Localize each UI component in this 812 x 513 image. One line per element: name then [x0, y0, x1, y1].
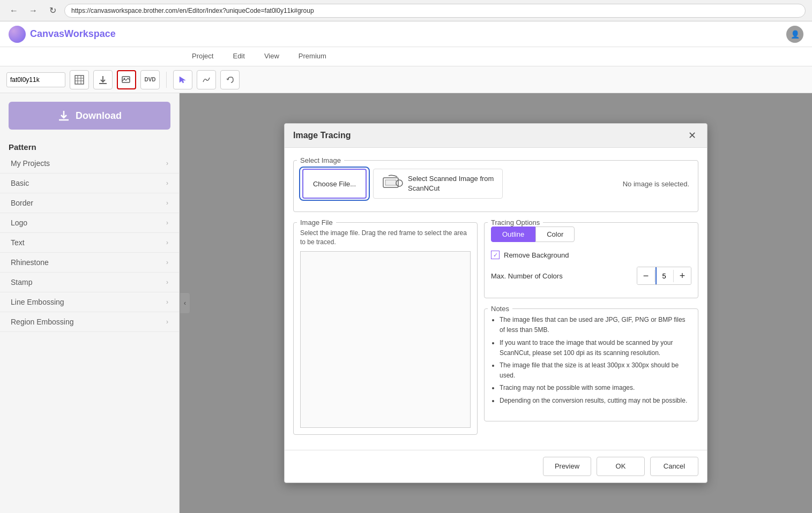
- tracing-options-legend: Tracing Options: [488, 218, 543, 227]
- image-tracing-icon: [121, 74, 132, 85]
- increase-colors-button[interactable]: +: [674, 267, 691, 284]
- image-instruction: Select the image file. Drag the red fram…: [294, 227, 477, 251]
- sidebar-item-my-projects[interactable]: My Projects ›: [0, 154, 179, 173]
- max-colors-label: Max. Number of Colors: [491, 272, 632, 280]
- chevron-right-icon: ›: [166, 278, 168, 286]
- decrease-colors-button[interactable]: −: [637, 267, 654, 284]
- app-logo: CanvasWorkspace: [9, 26, 116, 43]
- note-item-1: The image files that can be used are JPG…: [500, 315, 689, 335]
- toolbar: DVD: [0, 66, 812, 93]
- sidebar-item-basic[interactable]: Basic ›: [0, 173, 179, 193]
- chevron-right-icon: ›: [166, 298, 168, 306]
- note-item-5: Depending on the conversion results, cut…: [500, 396, 689, 406]
- preview-button[interactable]: Preview: [543, 457, 591, 476]
- undo-icon: [226, 76, 234, 84]
- forward-button[interactable]: →: [26, 3, 41, 18]
- menu-bar: Project Edit View Premium: [0, 47, 812, 66]
- chevron-right-icon: ›: [166, 318, 168, 326]
- svg-rect-6: [122, 77, 130, 82]
- dvd-icon-button[interactable]: DVD: [140, 70, 160, 89]
- logo-icon: [9, 26, 26, 43]
- dialog-footer: Preview OK Cancel: [285, 450, 707, 482]
- sidebar-item-border[interactable]: Border ›: [0, 193, 179, 213]
- number-control: − 5 +: [637, 267, 691, 285]
- image-file-fieldset: Image File Select the image file. Drag t…: [293, 218, 478, 435]
- sidebar-item-label: Logo: [11, 218, 27, 227]
- notes-list: The image files that can be used are JPG…: [485, 313, 698, 414]
- sidebar-item-label: Stamp: [11, 278, 32, 286]
- back-button[interactable]: ←: [6, 3, 21, 18]
- table-icon-button[interactable]: [70, 70, 89, 89]
- chevron-right-icon: ›: [166, 219, 168, 227]
- sidebar-item-region-embossing[interactable]: Region Embossing ›: [0, 312, 179, 332]
- node-icon: [202, 76, 211, 84]
- chevron-right-icon: ›: [166, 259, 168, 266]
- toolbar-separator: [166, 72, 167, 88]
- note-item-3: The image file that the size is at least…: [500, 360, 689, 381]
- address-bar[interactable]: [64, 4, 806, 18]
- download-button[interactable]: Download: [9, 102, 170, 130]
- pattern-label: Pattern: [0, 138, 179, 154]
- refresh-button[interactable]: ↻: [45, 3, 60, 18]
- menu-item-premium[interactable]: Premium: [289, 49, 336, 64]
- chevron-right-icon: ›: [166, 179, 168, 187]
- scanncut-label: Select Scanned Image fromScanNCut: [408, 174, 494, 193]
- svg-rect-0: [75, 76, 84, 84]
- menu-item-view[interactable]: View: [255, 49, 289, 64]
- table-icon: [75, 75, 84, 85]
- choose-file-button[interactable]: Choose File...: [302, 169, 367, 199]
- select-tool-button[interactable]: [173, 70, 192, 89]
- cancel-button[interactable]: Cancel: [650, 457, 698, 476]
- select-image-fieldset: Select Image Choose File...: [293, 156, 698, 212]
- project-name-input[interactable]: [6, 72, 65, 87]
- tracing-options-fieldset: Tracing Options Outline Color ✓ Remove B…: [484, 218, 698, 298]
- image-tracing-button[interactable]: [117, 70, 136, 89]
- menu-item-project[interactable]: Project: [182, 49, 223, 64]
- image-preview-area: [300, 251, 471, 428]
- dialog-body: Select Image Choose File...: [285, 148, 707, 450]
- no-image-text: No image is selected.: [623, 180, 689, 188]
- modal-overlay: Image Tracing ✕ Select Image Choose File…: [180, 93, 812, 513]
- ok-button[interactable]: OK: [597, 457, 645, 476]
- sidebar-item-label: My Projects: [11, 159, 50, 168]
- image-file-column: Image File Select the image file. Drag t…: [293, 218, 478, 441]
- sidebar-item-label: Rhinestone: [11, 258, 49, 267]
- scanncut-button[interactable]: Select Scanned Image fromScanNCut: [373, 169, 503, 199]
- sidebar-item-text[interactable]: Text ›: [0, 233, 179, 253]
- download-icon-button[interactable]: [93, 70, 113, 89]
- scanncut-icon: [382, 173, 404, 194]
- tracing-type-buttons: Outline Color: [485, 227, 698, 248]
- undo-button[interactable]: [220, 70, 240, 89]
- chevron-right-icon: ›: [166, 199, 168, 207]
- outline-button[interactable]: Outline: [491, 227, 535, 242]
- remove-background-row: ✓ Remove Background: [485, 248, 698, 265]
- sidebar-item-logo[interactable]: Logo ›: [0, 213, 179, 233]
- dialog-close-button[interactable]: ✕: [686, 129, 698, 142]
- sidebar-item-label: Region Embossing: [11, 318, 74, 326]
- notes-fieldset: Notes The image files that can be used a…: [484, 305, 698, 421]
- color-button[interactable]: Color: [535, 227, 575, 242]
- browser-bar: ← → ↻: [0, 0, 812, 21]
- sidebar: Download Pattern My Projects › Basic › B…: [0, 93, 180, 513]
- avatar[interactable]: 👤: [786, 26, 803, 43]
- sidebar-item-rhinestone[interactable]: Rhinestone ›: [0, 253, 179, 273]
- app-header: CanvasWorkspace 👤: [0, 21, 812, 47]
- sidebar-item-line-embossing[interactable]: Line Embossing ›: [0, 292, 179, 312]
- select-image-legend: Select Image: [297, 156, 344, 164]
- sidebar-item-label: Basic: [11, 179, 29, 187]
- sidebar-item-label: Text: [11, 238, 25, 247]
- two-column-layout: Image File Select the image file. Drag t…: [293, 218, 698, 441]
- menu-item-edit[interactable]: Edit: [223, 49, 254, 64]
- download-icon: [57, 109, 70, 122]
- svg-point-11: [396, 180, 403, 186]
- notes-legend: Notes: [488, 305, 512, 313]
- note-item-2: If you want to trace the image that woul…: [500, 338, 689, 358]
- node-tool-button[interactable]: [197, 70, 216, 89]
- canvas-area: Image Tracing ✕ Select Image Choose File…: [180, 93, 812, 513]
- sidebar-download: Download: [9, 102, 170, 130]
- dialog-header: Image Tracing ✕: [285, 124, 707, 148]
- dialog-title: Image Tracing: [293, 131, 351, 140]
- max-colors-row: Max. Number of Colors − 5 +: [485, 265, 698, 291]
- remove-bg-checkbox[interactable]: ✓: [491, 251, 500, 259]
- sidebar-item-stamp[interactable]: Stamp ›: [0, 273, 179, 292]
